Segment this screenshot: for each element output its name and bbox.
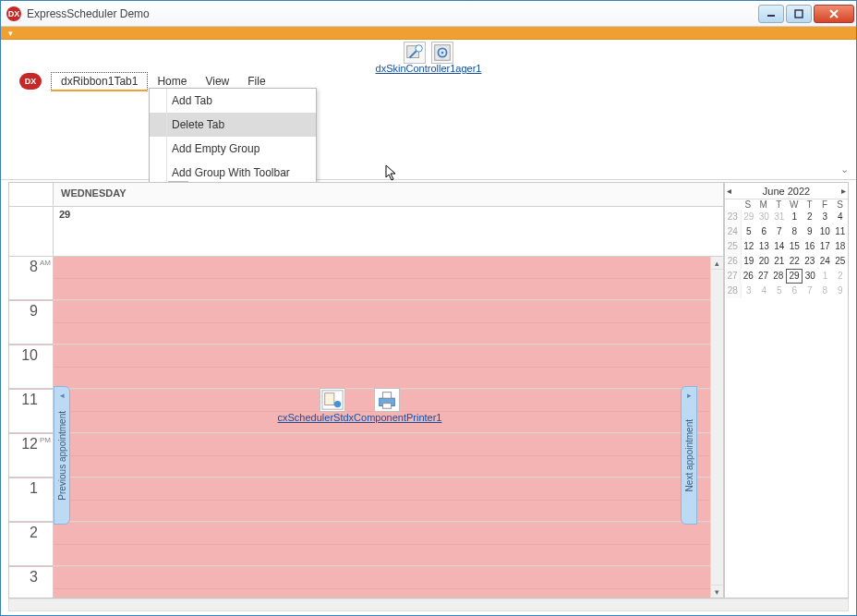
calendar-day[interactable]: 28	[771, 269, 786, 284]
time-cell-5[interactable]	[54, 478, 710, 522]
previous-appointment-tab[interactable]: ◂ Previous appointment	[54, 386, 70, 525]
calendar-day[interactable]: 6	[756, 224, 772, 239]
svg-point-3	[416, 45, 422, 52]
scroll-up-icon[interactable]: ▴	[711, 257, 723, 270]
quick-access-dropdown-icon[interactable]: ▾	[8, 29, 13, 38]
calendar-day[interactable]: 31	[772, 210, 788, 224]
time-cell-7[interactable]	[54, 567, 710, 598]
calendar-day[interactable]: 7	[772, 224, 788, 239]
calendar-day[interactable]: 20	[756, 254, 772, 269]
calendar-day[interactable]: 3	[742, 284, 757, 298]
calendar-day[interactable]: 21	[772, 254, 788, 269]
component-skin-icon[interactable]	[404, 42, 426, 64]
calendar-day[interactable]: 14	[772, 239, 788, 254]
scheduler-vertical-scrollbar[interactable]: ▴ ▾	[710, 257, 723, 598]
time-row-7[interactable]: 3	[9, 567, 710, 598]
calendar-day[interactable]: 4	[756, 284, 772, 298]
calendar-day[interactable]: 29	[742, 210, 757, 224]
minimize-button[interactable]	[758, 5, 784, 23]
calendar-day[interactable]: 5	[742, 224, 757, 239]
scheduler-time-grid[interactable]: 8AM9101112PM123 ◂ Previous appointment ▸…	[9, 257, 710, 598]
calendar-day[interactable]: 3	[817, 210, 833, 224]
context-menu-item-2[interactable]: Add Empty Group	[150, 137, 316, 161]
time-cell-6[interactable]	[54, 523, 710, 566]
calendar-day[interactable]: 30	[803, 269, 817, 284]
ribbon-app-badge[interactable]: DX	[19, 73, 42, 90]
calendar-day[interactable]: 30	[756, 210, 772, 224]
time-cell-4[interactable]	[54, 434, 710, 477]
dow-sat: S	[832, 199, 848, 210]
time-row-0[interactable]: 8AM	[9, 257, 710, 301]
svg-rect-11	[325, 393, 334, 405]
calendar-day[interactable]: 19	[742, 254, 757, 269]
ribbon-tab-0[interactable]: dxRibbon1Tab1	[51, 72, 148, 91]
calendar-title[interactable]: June 2022	[731, 186, 841, 197]
component-printer-icon[interactable]	[374, 388, 400, 412]
context-menu-item-1[interactable]: Delete Tab	[150, 113, 316, 137]
time-cell-2[interactable]	[54, 345, 710, 389]
calendar-day[interactable]: 2	[803, 210, 818, 224]
calendar-day[interactable]: 7	[803, 284, 818, 298]
time-cell-0[interactable]	[54, 257, 710, 300]
calendar-day[interactable]: 10	[817, 224, 833, 239]
time-gutter-0: 8AM	[9, 257, 54, 300]
time-gutter-3: 11	[9, 390, 54, 433]
calendar-day[interactable]: 8	[817, 284, 833, 298]
horizontal-scrollbar[interactable]	[8, 598, 849, 611]
calendar-day[interactable]: 5	[772, 284, 788, 298]
calendar-day[interactable]: 1	[818, 269, 833, 284]
calendar-day[interactable]: 23	[803, 254, 818, 269]
calendar-day[interactable]: 4	[833, 210, 849, 224]
next-appointment-tab[interactable]: ▸ Next appointment	[681, 386, 697, 525]
app-icon: DX	[6, 6, 21, 21]
calendar-day[interactable]: 8	[787, 224, 803, 239]
scheduler-allday-gutter	[9, 207, 54, 256]
calendar-next-month-icon[interactable]: ▸	[841, 186, 846, 196]
calendar-day[interactable]: 18	[833, 239, 849, 254]
component-scheduler-storage-caption[interactable]: cxSchedulerSt	[278, 412, 344, 423]
chevron-left-icon: ◂	[60, 391, 65, 400]
time-row-4[interactable]: 12PM	[9, 434, 710, 478]
calendar-day[interactable]: 15	[787, 239, 803, 254]
calendar-day[interactable]: 1	[787, 210, 803, 224]
time-cell-1[interactable]	[54, 301, 710, 344]
component-skin-caption[interactable]: dxSkinController1ager1	[376, 63, 482, 74]
calendar-day[interactable]: 16	[803, 239, 818, 254]
component-gear-icon[interactable]	[431, 42, 453, 64]
calendar-day[interactable]: 6	[787, 284, 803, 298]
time-hour-7: 3	[30, 569, 38, 586]
calendar-day[interactable]: 25	[833, 254, 849, 269]
calendar-day[interactable]: 2	[833, 269, 848, 284]
context-menu-item-0[interactable]: Add Tab	[150, 89, 316, 113]
calendar-day[interactable]: 22	[787, 254, 803, 269]
time-hour-3: 11	[21, 392, 38, 408]
time-row-1[interactable]: 9	[9, 301, 710, 345]
calendar-day[interactable]: 29	[786, 269, 803, 284]
calendar-day[interactable]: 11	[833, 224, 849, 239]
scroll-down-icon[interactable]: ▾	[711, 585, 723, 598]
scheduler-day-number: 29	[54, 207, 723, 256]
time-row-2[interactable]: 10	[9, 345, 710, 390]
scheduler-allday-row[interactable]: 29	[9, 207, 723, 257]
calendar-week-0: 232930311234	[725, 210, 848, 224]
window-title: ExpressScheduler Demo	[27, 7, 758, 20]
component-scheduler-storage-icon[interactable]	[320, 388, 345, 412]
calendar-day[interactable]: 17	[817, 239, 833, 254]
time-row-6[interactable]: 2	[9, 523, 710, 567]
calendar-body: 2329303112342456789101125121314151617182…	[725, 210, 848, 298]
calendar-day[interactable]: 27	[756, 269, 771, 284]
calendar-header: ◂ June 2022 ▸	[725, 183, 848, 199]
calendar-day[interactable]: 24	[817, 254, 833, 269]
time-row-5[interactable]: 1	[9, 478, 710, 523]
ribbon-expand-chevron-icon[interactable]: ⌄	[840, 163, 849, 175]
calendar-day[interactable]: 12	[742, 239, 757, 254]
close-button[interactable]	[814, 5, 854, 23]
calendar-day[interactable]: 26	[741, 269, 755, 284]
calendar-day[interactable]: 9	[833, 284, 849, 298]
calendar-day[interactable]: 13	[756, 239, 772, 254]
maximize-icon	[794, 9, 803, 18]
calendar-day[interactable]: 9	[803, 224, 818, 239]
maximize-button[interactable]	[786, 5, 812, 23]
component-printer-caption[interactable]: dxComponentPrinter1	[343, 412, 441, 423]
dow-sun: S	[741, 199, 756, 210]
